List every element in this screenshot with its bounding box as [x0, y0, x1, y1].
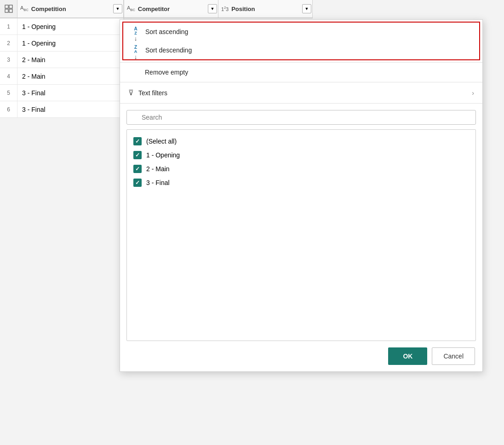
- position-dropdown-btn[interactable]: ▼: [302, 4, 311, 13]
- table-row: 2 1 - Opening: [0, 35, 124, 52]
- row-index-header: [0, 0, 17, 17]
- select-all-label: (Select all): [146, 138, 177, 145]
- footer-buttons: OK Cancel: [120, 341, 482, 371]
- checkbox-list-container: (Select all) 1 - Opening 2 - Main 3 - Fi…: [126, 129, 476, 341]
- extra-col-headers: ABC Competitor ▼ 123 Position ▼: [124, 0, 313, 18]
- filter-item-opening[interactable]: 1 - Opening: [127, 148, 475, 162]
- sort-asc-icon: A Z ↓: [131, 27, 141, 37]
- remove-empty-label: Remove empty: [145, 69, 188, 76]
- sort-descending-item[interactable]: Z A ↓ Sort descending: [123, 41, 479, 59]
- table-row: 6 3 - Final: [0, 101, 124, 118]
- col-header-position: 123 Position ▼: [218, 0, 313, 17]
- table-area: ABC Competition ▼ 1 1 - Opening 2 1 - Op…: [0, 0, 124, 118]
- select-all-item[interactable]: (Select all): [127, 134, 475, 148]
- menu-divider-2: [120, 82, 482, 82]
- svg-rect-2: [5, 9, 8, 12]
- remove-empty-item[interactable]: Remove empty: [120, 64, 482, 80]
- cancel-button[interactable]: Cancel: [432, 347, 475, 365]
- sort-group: A Z ↓ Sort ascending Z A ↓ Sort descendi…: [122, 22, 480, 60]
- sort-ascending-item[interactable]: A Z ↓ Sort ascending: [123, 23, 479, 41]
- search-input[interactable]: [126, 110, 476, 125]
- col-label-competitor: Competitor: [138, 6, 170, 12]
- ok-button[interactable]: OK: [388, 347, 427, 365]
- sort-ascending-label: Sort ascending: [145, 28, 188, 35]
- search-wrapper: 🔍: [126, 110, 476, 125]
- col-header-competitor: ABC Competitor ▼: [124, 0, 218, 17]
- search-container: 🔍: [120, 105, 482, 129]
- col-label-position: Position: [231, 6, 255, 12]
- row-cell-competition: 1 - Opening: [17, 35, 124, 51]
- col-type-abc2-icon: ABC: [127, 5, 135, 12]
- col-label-competition: Competition: [31, 6, 66, 12]
- table-row: 4 2 - Main: [0, 68, 124, 85]
- sort-desc-icon: Z A ↓: [131, 45, 141, 55]
- sort-descending-label: Sort descending: [145, 46, 192, 54]
- row-number: 6: [0, 101, 17, 117]
- filter-dropdown-menu: A Z ↓ Sort ascending Z A ↓ Sort descendi…: [120, 19, 483, 372]
- row-number: 1: [0, 18, 17, 35]
- table-row: 3 2 - Main: [0, 52, 124, 68]
- row-cell-competition: 1 - Opening: [17, 18, 124, 35]
- row-cell-competition: 2 - Main: [17, 52, 124, 68]
- row-number: 3: [0, 52, 17, 68]
- row-cell-competition: 3 - Final: [17, 85, 124, 101]
- row-cell-competition: 3 - Final: [17, 101, 124, 117]
- filter-label-main: 2 - Main: [146, 165, 170, 173]
- col-type-123-icon: 123: [221, 6, 229, 12]
- row-number: 4: [0, 68, 17, 84]
- menu-divider-3: [120, 103, 482, 104]
- competition-dropdown-btn[interactable]: ▼: [113, 4, 122, 13]
- row-number: 5: [0, 85, 17, 101]
- text-filters-item[interactable]: ⊽ Text filters ›: [120, 84, 482, 101]
- table-row: 5 3 - Final: [0, 85, 124, 101]
- svg-rect-3: [9, 9, 12, 12]
- menu-divider-1: [120, 62, 482, 63]
- row-cell-competition: 2 - Main: [17, 68, 124, 84]
- filter-label-opening: 1 - Opening: [146, 151, 180, 159]
- table-header-row: ABC Competition ▼: [0, 0, 124, 18]
- svg-rect-1: [9, 5, 12, 8]
- filter-checkbox-final[interactable]: [133, 179, 142, 187]
- filter-item-main[interactable]: 2 - Main: [127, 162, 475, 176]
- submenu-arrow-icon: ›: [472, 89, 474, 97]
- col-header-competition: ABC Competition ▼: [17, 0, 124, 17]
- table-row: 1 1 - Opening: [0, 18, 124, 35]
- select-all-checkbox[interactable]: [133, 137, 142, 145]
- filter-checkbox-opening[interactable]: [133, 151, 142, 159]
- text-filters-label: Text filters: [138, 89, 167, 97]
- filter-icon: ⊽: [128, 88, 134, 97]
- col-type-abc-icon: ABC: [20, 5, 29, 12]
- filter-item-final[interactable]: 3 - Final: [127, 176, 475, 190]
- competitor-dropdown-btn[interactable]: ▼: [208, 4, 217, 13]
- row-number: 2: [0, 35, 17, 51]
- svg-rect-0: [5, 5, 8, 8]
- filter-label-final: 3 - Final: [146, 179, 170, 186]
- filter-checkbox-main[interactable]: [133, 165, 142, 173]
- grid-icon: [5, 5, 13, 13]
